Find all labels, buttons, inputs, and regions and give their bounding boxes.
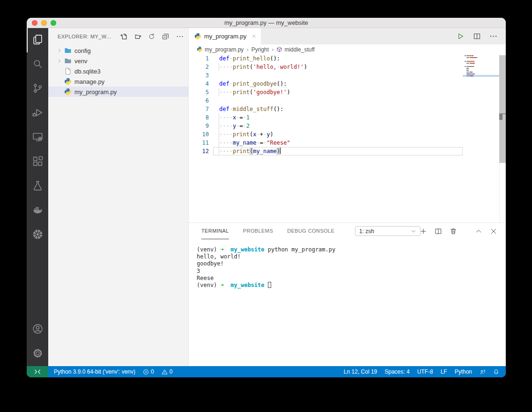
- more-actions-button[interactable]: [489, 32, 497, 40]
- code-editor[interactable]: 1def·print_hello():2····print('hello,·wo…: [189, 54, 506, 222]
- code-line-12[interactable]: 12····print(my_name): [189, 147, 506, 155]
- code-token: ·+·: [257, 131, 267, 138]
- whitespace-dots: ·: [256, 140, 259, 146]
- breadcrumb-item[interactable]: Pyright: [251, 46, 269, 53]
- code-token: 1: [246, 114, 250, 121]
- code-token: print: [233, 148, 250, 154]
- status-errors[interactable]: 0: [143, 368, 154, 375]
- code-token: ····: [219, 89, 233, 96]
- source-control-icon: [32, 82, 44, 96]
- ellipsis-icon[interactable]: [175, 32, 185, 41]
- status-python-interpreter[interactable]: Python 3.9.0 64-bit ('venv': venv): [54, 368, 135, 375]
- code-token: ····: [219, 114, 233, 121]
- line-number: 6: [189, 96, 209, 105]
- new-file-icon[interactable]: [119, 32, 128, 41]
- editor-scrollbar[interactable]: [499, 54, 506, 222]
- line-text: ····y·=·2: [219, 122, 250, 130]
- close-window-button[interactable]: [32, 20, 37, 26]
- bell-icon: [493, 369, 499, 375]
- refresh-icon[interactable]: [147, 32, 156, 41]
- close-panel-button[interactable]: [490, 228, 497, 235]
- code-token: ····: [219, 140, 233, 146]
- activity-item-settings[interactable]: [27, 342, 48, 366]
- whitespace-dots: ····: [219, 148, 233, 154]
- breadcrumb-item[interactable]: my_program.py: [197, 46, 244, 53]
- code-token: ····: [219, 64, 233, 70]
- code-line-11[interactable]: 11····my_name·=·"Reese": [189, 139, 506, 147]
- code-line-1[interactable]: 1def·print_hello():: [189, 54, 506, 63]
- code-token: ():: [273, 106, 284, 112]
- tab-label: my_program.py: [204, 33, 246, 40]
- status-warnings[interactable]: 0: [162, 368, 173, 375]
- activity-item-extensions[interactable]: [27, 150, 48, 174]
- code-line-5[interactable]: 5····print('goodbye!'): [189, 88, 506, 96]
- code-line-4[interactable]: 4def·print_goodbye():: [189, 80, 506, 88]
- code-line-7[interactable]: 7def·middle_stuff():: [189, 105, 506, 113]
- python-icon: [64, 78, 72, 85]
- status-feedback[interactable]: [480, 369, 486, 375]
- terminal-text: my_website: [230, 246, 264, 253]
- breadcrumb-label: my_program.py: [205, 46, 244, 53]
- code-line-9[interactable]: 9····y·=·2: [189, 122, 506, 130]
- account-icon: [32, 323, 44, 337]
- status-encoding[interactable]: UTF-8: [417, 368, 433, 375]
- shell-selector[interactable]: 1: zsh: [355, 226, 421, 236]
- split-editor-button[interactable]: [473, 32, 481, 40]
- activity-item-search[interactable]: [27, 52, 48, 77]
- code-token: ····: [219, 148, 233, 154]
- status-cursor-position[interactable]: Ln 12, Col 19: [344, 368, 377, 375]
- minimap-line: [470, 75, 473, 76]
- code-line-3[interactable]: 3: [189, 71, 506, 80]
- breadcrumb-item[interactable]: middle_stuff: [276, 46, 314, 53]
- activity-item-remote-explorer[interactable]: [27, 125, 48, 150]
- status-notifications[interactable]: [493, 369, 499, 375]
- line-number: 12: [189, 147, 209, 155]
- tree-item-my-program-py[interactable]: my_program.py: [48, 87, 188, 97]
- tab-my-program-py[interactable]: my_program.py: [189, 28, 261, 44]
- code-line-10[interactable]: 10····print(x·+·y): [189, 130, 506, 139]
- panel-tab-problems[interactable]: PROBLEMS: [243, 223, 273, 239]
- code-line-2[interactable]: 2····print('hello,·world!'): [189, 63, 506, 71]
- tree-item-config[interactable]: config: [48, 45, 188, 56]
- line-number: 5: [189, 88, 209, 96]
- status-eol[interactable]: LF: [441, 368, 447, 375]
- tree-item-manage-py[interactable]: manage.py: [48, 76, 188, 87]
- activity-item-explorer[interactable]: [27, 28, 48, 52]
- maximize-panel-button[interactable]: [475, 228, 482, 235]
- explorer-title: EXPLORER: MY_W...: [58, 34, 111, 39]
- close-tab-icon[interactable]: [252, 34, 256, 38]
- code-line-8[interactable]: 8····x·=·1: [189, 113, 506, 122]
- new-terminal-button[interactable]: [420, 228, 427, 235]
- file-icon: [64, 67, 72, 75]
- status-indentation[interactable]: Spaces: 4: [384, 368, 409, 375]
- terminal-output[interactable]: (venv) ➜ my_website python my_program.py…: [189, 239, 506, 366]
- panel-tab-debug-console[interactable]: DEBUG CONSOLE: [287, 223, 334, 239]
- activity-item-docker[interactable]: [27, 199, 48, 223]
- panel-tab-terminal[interactable]: TERMINAL: [201, 223, 229, 239]
- breadcrumb-separator: ›: [246, 46, 248, 53]
- tree-item-venv[interactable]: venv: [48, 56, 188, 66]
- minimap-line: [470, 63, 475, 64]
- whitespace-dots: ·: [229, 106, 233, 112]
- code-token: def: [219, 81, 229, 87]
- code-token: my_name: [253, 148, 277, 154]
- kill-terminal-button[interactable]: [450, 228, 457, 235]
- split-terminal-button[interactable]: [435, 228, 442, 235]
- status-language-mode[interactable]: Python: [455, 368, 472, 375]
- activity-item-testing[interactable]: [27, 174, 48, 199]
- new-folder-icon[interactable]: [133, 32, 142, 41]
- whitespace-dots: ····: [219, 140, 233, 146]
- collapse-all-icon[interactable]: [161, 32, 170, 41]
- run-python-file-button[interactable]: [457, 32, 465, 40]
- minimize-window-button[interactable]: [41, 20, 47, 26]
- activity-item-source-control[interactable]: [27, 77, 48, 101]
- code-line-6[interactable]: 6: [189, 96, 506, 105]
- line-text: ····x·=·1: [219, 113, 250, 122]
- remote-indicator[interactable]: [27, 366, 48, 377]
- activity-item-run-and-debug[interactable]: [27, 101, 48, 125]
- activity-item-accounts[interactable]: [27, 317, 48, 342]
- zoom-window-button[interactable]: [51, 20, 56, 26]
- tree-item-db-sqlite3[interactable]: db.sqlite3: [48, 66, 188, 76]
- scrollbar-thumb[interactable]: [499, 55, 506, 163]
- activity-item-kubernetes[interactable]: [27, 223, 48, 247]
